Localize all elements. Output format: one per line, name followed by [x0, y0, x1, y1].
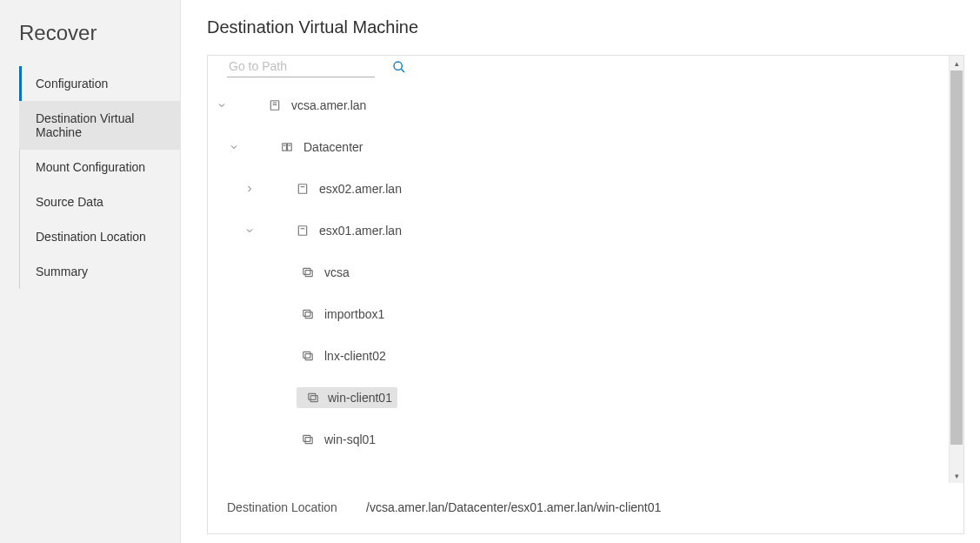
page-title: Destination Virtual Machine — [207, 17, 964, 37]
search-input[interactable] — [227, 56, 375, 77]
chevron-down-icon[interactable] — [244, 225, 279, 236]
svg-rect-18 — [305, 354, 312, 360]
vm-icon — [297, 266, 319, 278]
search-icon — [392, 60, 406, 74]
tree-label: esx02.amer.lan — [314, 178, 407, 199]
scrollbar-thumb[interactable] — [950, 70, 963, 445]
tree-node-vm[interactable]: vcsa — [208, 251, 949, 293]
tree-label: win-sql01 — [319, 429, 381, 450]
nav-item-configuration[interactable]: Configuration — [19, 66, 180, 101]
vm-icon — [297, 350, 319, 362]
tree-label: vcsa — [319, 262, 355, 283]
tree-node-host-collapsed[interactable]: esx02.amer.lan — [208, 168, 949, 210]
svg-rect-14 — [305, 271, 312, 277]
tree-node-host-expanded[interactable]: esx01.amer.lan — [208, 210, 949, 251]
tree-label-selected: win-client01 — [297, 387, 397, 408]
search-button[interactable] — [389, 57, 410, 77]
vm-browser-panel: vcsa.amer.lan Datacent — [207, 55, 964, 534]
svg-rect-17 — [303, 352, 310, 358]
svg-rect-21 — [303, 435, 310, 441]
svg-rect-16 — [305, 312, 312, 318]
tree-label: Datacenter — [298, 137, 368, 158]
svg-line-1 — [401, 69, 404, 72]
nav-item-summary[interactable]: Summary — [19, 254, 180, 289]
svg-point-0 — [394, 62, 402, 70]
tree-label: importbox1 — [319, 304, 390, 325]
svg-rect-20 — [310, 396, 317, 402]
datacenter-icon — [276, 141, 298, 153]
destination-location-row: Destination Location /vcsa.amer.lan/Data… — [208, 483, 963, 533]
svg-rect-11 — [298, 226, 306, 236]
scroll-up-icon[interactable]: ▴ — [950, 56, 963, 70]
tree-node-vm-selected[interactable]: win-client01 — [208, 377, 949, 419]
tree-scroll[interactable]: vcsa.amer.lan Datacent — [208, 56, 949, 483]
scrollbar[interactable]: ▴ ▾ — [949, 56, 963, 483]
sidebar: Recover Configuration Destination Virtua… — [0, 0, 181, 543]
scrollbar-track[interactable] — [950, 70, 963, 468]
svg-rect-13 — [303, 268, 310, 274]
tree-node-datacenter[interactable]: Datacenter — [208, 126, 949, 168]
host-icon — [291, 183, 314, 195]
vm-icon — [302, 392, 324, 404]
svg-rect-19 — [309, 393, 316, 399]
tree-node-vcenter[interactable]: vcsa.amer.lan — [208, 84, 949, 126]
tree-label-text: win-client01 — [328, 391, 392, 405]
svg-rect-5 — [283, 144, 287, 151]
svg-rect-22 — [305, 438, 312, 444]
chevron-down-icon[interactable] — [229, 142, 263, 152]
server-icon — [263, 99, 286, 111]
tree-node-vm[interactable]: lnx-client02 — [208, 335, 949, 377]
sidebar-title: Recover — [0, 17, 180, 66]
chevron-down-icon[interactable] — [217, 100, 251, 111]
nav-item-source-data[interactable]: Source Data — [19, 184, 180, 219]
tree-label: esx01.amer.lan — [314, 220, 407, 241]
main-area: Destination Virtual Machine — [181, 0, 980, 543]
vm-tree: vcsa.amer.lan Datacent — [208, 84, 949, 460]
host-icon — [291, 225, 314, 237]
tree-node-vm[interactable]: importbox1 — [208, 293, 949, 335]
nav-list: Configuration Destination Virtual Machin… — [19, 66, 180, 289]
destination-location-label: Destination Location — [227, 500, 366, 514]
nav-item-destination-vm[interactable]: Destination Virtual Machine — [19, 101, 180, 150]
vm-icon — [297, 433, 319, 446]
tree-node-vm[interactable]: win-sql01 — [208, 419, 949, 460]
svg-rect-9 — [298, 184, 306, 194]
tree-label: lnx-client02 — [319, 345, 391, 366]
search-bar — [208, 56, 949, 84]
svg-rect-6 — [288, 144, 292, 151]
scroll-down-icon[interactable]: ▾ — [950, 468, 963, 483]
tree-label: vcsa.amer.lan — [286, 95, 371, 116]
nav-item-destination-location[interactable]: Destination Location — [19, 219, 180, 254]
vm-icon — [297, 308, 319, 320]
nav-item-mount-configuration[interactable]: Mount Configuration — [19, 150, 180, 184]
chevron-right-icon[interactable] — [244, 184, 279, 194]
svg-rect-15 — [303, 310, 310, 316]
destination-location-value: /vcsa.amer.lan/Datacenter/esx01.amer.lan… — [366, 500, 661, 514]
